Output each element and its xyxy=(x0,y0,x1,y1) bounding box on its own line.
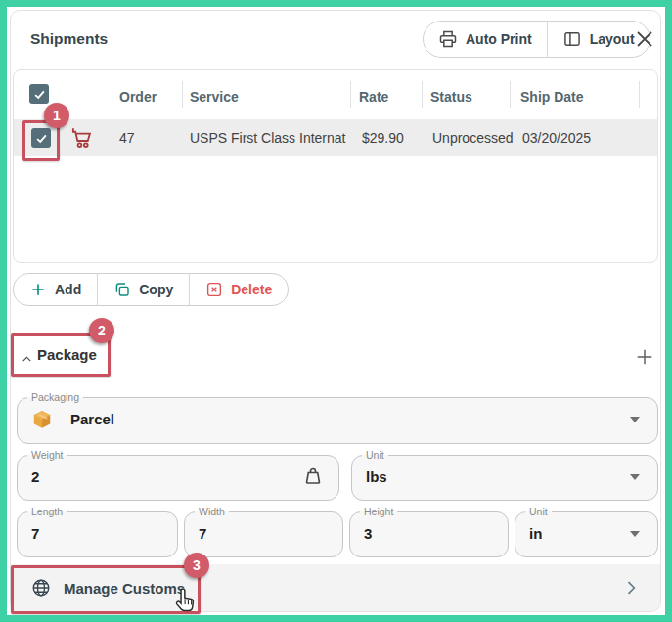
delete-label: Delete xyxy=(231,282,272,297)
package-box-icon xyxy=(31,409,53,430)
auto-print-button[interactable]: Auto Print xyxy=(424,22,547,57)
layout-icon xyxy=(562,29,582,49)
chevron-right-icon xyxy=(621,578,641,598)
weight-unit-select[interactable]: Unit lbs xyxy=(351,450,658,501)
length-input[interactable]: Length 7 xyxy=(17,507,178,557)
length-label: Length xyxy=(27,507,67,517)
column-header-service: Service xyxy=(190,89,239,105)
column-header-status: Status xyxy=(430,89,472,105)
weight-unit-label: Unit xyxy=(362,450,388,461)
caret-down-icon xyxy=(630,417,640,422)
shipments-window: Shipments Auto Print xyxy=(0,0,672,622)
package-section-title[interactable]: Package xyxy=(37,346,97,363)
table-row[interactable]: 47 USPS First Class Internat $29.90 Unpr… xyxy=(14,119,657,156)
delete-x-icon xyxy=(205,281,223,298)
header-button-group: Auto Print Layout xyxy=(423,21,650,58)
manage-customs-row[interactable]: Manage Customs xyxy=(11,564,660,611)
manage-customs-label: Manage Customs xyxy=(64,580,185,597)
length-value: 7 xyxy=(31,525,39,542)
packaging-value: Parcel xyxy=(70,411,114,427)
cell-service: USPS First Class Internat xyxy=(190,130,346,146)
copy-icon xyxy=(113,281,131,298)
weight-unit-value: lbs xyxy=(366,468,387,485)
cell-rate: $29.90 xyxy=(362,130,404,146)
column-divider xyxy=(112,81,112,108)
add-package-plus-icon[interactable] xyxy=(634,346,655,368)
column-header-order: Order xyxy=(119,89,157,105)
weight-label: Weight xyxy=(27,450,67,461)
width-value: 7 xyxy=(199,525,206,542)
column-divider xyxy=(182,81,183,108)
column-header-rate: Rate xyxy=(359,89,388,105)
cell-ship-date: 03/20/2025 xyxy=(522,130,591,146)
page-title: Shipments xyxy=(30,30,108,48)
height-label: Height xyxy=(360,507,397,517)
cart-icon xyxy=(68,125,94,151)
caret-down-icon xyxy=(630,531,640,537)
chevron-up-icon[interactable] xyxy=(21,353,33,366)
column-divider xyxy=(422,81,423,108)
cell-status: Unprocessed xyxy=(432,130,514,146)
close-icon[interactable] xyxy=(633,27,656,51)
dimension-unit-label: Unit xyxy=(525,507,552,517)
width-label: Width xyxy=(195,507,229,517)
layout-label: Layout xyxy=(590,31,635,47)
packaging-label: Packaging xyxy=(27,392,83,403)
select-all-checkbox[interactable] xyxy=(29,84,49,104)
weight-value: 2 xyxy=(31,468,39,485)
dimension-unit-value: in xyxy=(529,525,542,542)
printer-icon xyxy=(438,29,458,49)
weight-input[interactable]: Weight 2 xyxy=(17,450,339,501)
globe-icon xyxy=(30,577,52,599)
copy-button[interactable]: Copy xyxy=(97,274,189,305)
copy-label: Copy xyxy=(139,282,173,297)
height-input[interactable]: Height 3 xyxy=(349,507,509,557)
packaging-select[interactable]: Packaging Parcel xyxy=(17,392,658,444)
shipments-table: Order Service Rate Status Ship Date xyxy=(13,69,658,263)
annotation-badge-2: 2 xyxy=(89,318,114,343)
cell-order: 47 xyxy=(119,130,135,146)
row-checkbox[interactable] xyxy=(31,128,51,148)
auto-print-label: Auto Print xyxy=(466,31,532,47)
delete-button[interactable]: Delete xyxy=(189,274,288,305)
plus-icon xyxy=(29,281,47,298)
column-divider xyxy=(510,81,511,108)
column-divider xyxy=(350,81,351,108)
height-value: 3 xyxy=(364,525,372,542)
row-actions-toolbar: Add Copy Delete xyxy=(13,273,289,306)
column-divider xyxy=(639,81,640,108)
width-input[interactable]: Width 7 xyxy=(184,507,343,557)
shipments-panel: Shipments Auto Print xyxy=(10,10,661,612)
caret-down-icon xyxy=(630,474,640,480)
dimension-unit-select[interactable]: Unit in xyxy=(515,507,658,557)
add-label: Add xyxy=(55,282,81,297)
column-header-ship-date: Ship Date xyxy=(520,89,584,105)
weight-scale-icon[interactable] xyxy=(301,465,325,488)
add-button[interactable]: Add xyxy=(14,274,97,305)
